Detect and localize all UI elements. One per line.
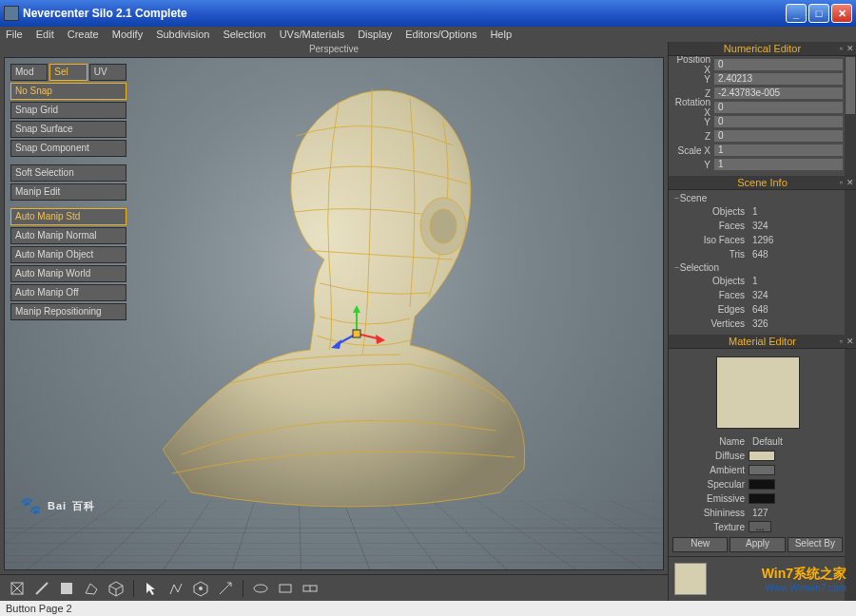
snap-grid-button[interactable]: Snap Grid	[10, 102, 126, 119]
panel-close-icon[interactable]: ✕	[846, 335, 854, 349]
diffuse-color-chip[interactable]	[749, 451, 775, 461]
window-maximize-button[interactable]: □	[808, 4, 829, 23]
material-selectby-button[interactable]: Select By	[788, 537, 843, 552]
svg-marker-5	[376, 335, 385, 344]
watermark-right: Win7系统之家 Www.Winwin7.com	[762, 566, 846, 593]
svg-rect-10	[61, 583, 72, 594]
scene-faces-value: 324	[749, 221, 768, 231]
move-icon[interactable]	[166, 579, 185, 598]
menu-uvs-materials[interactable]: UVs/Materials	[280, 29, 344, 40]
material-editor-header[interactable]: Material Editor ▫ ✕	[669, 335, 856, 349]
manip-edit-button[interactable]: Manip Edit	[10, 183, 126, 201]
scale-x-field[interactable]	[714, 144, 843, 156]
status-text: Button Page 2	[6, 603, 72, 614]
poly-icon[interactable]	[82, 579, 101, 598]
bottom-toolbar	[0, 574, 668, 601]
snap-surface-button[interactable]: Snap Surface	[10, 121, 126, 138]
transform-icon[interactable]	[8, 579, 27, 598]
panel-min-icon[interactable]: ▫	[840, 176, 843, 190]
viewport-3d[interactable]: Mod Sel UV No Snap Snap Grid Snap Surfac…	[4, 57, 664, 570]
menubar: File Edit Create Modify Subdivision Sele…	[0, 27, 856, 42]
specular-color-chip[interactable]	[749, 479, 775, 490]
mode-uv-button[interactable]: UV	[89, 64, 126, 81]
rotation-y-field[interactable]	[714, 116, 843, 127]
soft-selection-button[interactable]: Soft Selection	[10, 164, 126, 182]
selection-subhead: Selection	[672, 261, 843, 274]
manip-repositioning-button[interactable]: Manip Repositioning	[10, 303, 126, 320]
auto-manip-object-button[interactable]: Auto Manip Object	[10, 246, 126, 263]
object-icon[interactable]	[107, 579, 126, 598]
select-icon[interactable]	[142, 579, 161, 598]
scale-icon[interactable]	[216, 579, 235, 598]
menu-help[interactable]: Help	[490, 29, 512, 40]
material-apply-button[interactable]: Apply	[730, 537, 785, 552]
ambient-color-chip[interactable]	[749, 465, 775, 475]
menu-subdivision[interactable]: Subdivision	[156, 29, 209, 40]
menu-file[interactable]: File	[6, 29, 23, 40]
window-minimize-button[interactable]: _	[786, 4, 807, 23]
menu-editors-options[interactable]: Editors/Options	[405, 29, 477, 40]
position-x-field[interactable]	[714, 59, 843, 70]
panel-close-icon[interactable]: ✕	[846, 176, 854, 190]
scale-y-field[interactable]	[714, 159, 843, 170]
menu-modify[interactable]: Modify	[112, 29, 143, 40]
emissive-color-chip[interactable]	[749, 493, 775, 504]
app-icon	[4, 6, 19, 21]
menu-display[interactable]: Display	[358, 29, 392, 40]
window-title: Nevercenter Silo 2.1 Complete	[23, 7, 786, 20]
auto-manip-off-button[interactable]: Auto Manip Off	[10, 284, 126, 301]
transform-gizmo[interactable]	[328, 305, 385, 362]
material-thumb[interactable]	[674, 563, 707, 595]
scene-objects-value: 1	[749, 206, 758, 217]
texture-browse-button[interactable]: ...	[749, 521, 771, 532]
panel-min-icon[interactable]: ▫	[840, 42, 843, 56]
rotation-x-label: Rotation X	[672, 97, 714, 118]
numerical-editor-header[interactable]: Numerical Editor ▫ ✕	[669, 42, 856, 56]
auto-manip-normal-button[interactable]: Auto Manip Normal	[10, 227, 126, 244]
auto-manip-world-button[interactable]: Auto Manip World	[10, 265, 126, 282]
scale-x-label: Scale X	[672, 145, 714, 156]
numerical-editor-body: Position X Y Z Rotation X Y Z Scale X Y	[669, 56, 856, 176]
auto-manip-std-button[interactable]: Auto Manip Std	[10, 208, 126, 225]
face-icon[interactable]	[57, 579, 76, 598]
menu-create[interactable]: Create	[68, 29, 99, 40]
statusbar: Button Page 2	[0, 601, 856, 616]
position-y-field[interactable]	[714, 73, 843, 85]
shade-wire-icon[interactable]	[276, 579, 295, 598]
svg-rect-8	[353, 330, 360, 337]
rotation-z-label: Z	[672, 131, 714, 142]
shade-smooth-icon[interactable]	[301, 579, 320, 598]
position-x-label: Position X	[672, 54, 714, 75]
scene-isofaces-value: 1296	[749, 235, 773, 245]
sel-objects-value: 1	[749, 276, 758, 286]
scene-info-body: Scene Objects1 Faces324 Iso Faces1296 Tr…	[669, 190, 856, 335]
material-new-button[interactable]: New	[672, 537, 728, 552]
rotate-icon[interactable]	[191, 579, 210, 598]
position-y-label: Y	[672, 74, 714, 85]
svg-marker-3	[353, 305, 360, 313]
scene-info-header[interactable]: Scene Info ▫ ✕	[669, 176, 856, 190]
panel-close-icon[interactable]: ✕	[846, 42, 854, 56]
rotation-x-field[interactable]	[714, 102, 843, 113]
scale-y-label: Y	[672, 160, 714, 170]
watermark-left: 🐾 Bai 百科	[20, 495, 95, 516]
right-panel: Numerical Editor ▫ ✕ Position X Y Z Rota…	[668, 42, 856, 601]
mode-mod-button[interactable]: Mod	[10, 64, 48, 81]
window-close-button[interactable]: ✕	[831, 4, 852, 23]
material-preview[interactable]	[716, 356, 800, 429]
model-mesh[interactable]	[125, 69, 543, 516]
rotation-z-field[interactable]	[714, 130, 843, 142]
snap-component-button[interactable]: Snap Component	[10, 140, 126, 157]
mode-sel-button[interactable]: Sel	[49, 64, 87, 81]
edge-icon[interactable]	[32, 579, 51, 598]
shade-flat-icon[interactable]	[251, 579, 270, 598]
menu-selection[interactable]: Selection	[223, 29, 265, 40]
position-z-field[interactable]	[714, 87, 843, 99]
panel-min-icon[interactable]: ▫	[840, 335, 843, 349]
menu-edit[interactable]: Edit	[36, 29, 54, 40]
svg-rect-13	[280, 585, 291, 592]
right-scrollbar[interactable]	[845, 42, 856, 601]
paw-icon: 🐾	[20, 495, 42, 516]
snap-none-button[interactable]: No Snap	[10, 83, 126, 100]
svg-point-1	[430, 209, 457, 243]
